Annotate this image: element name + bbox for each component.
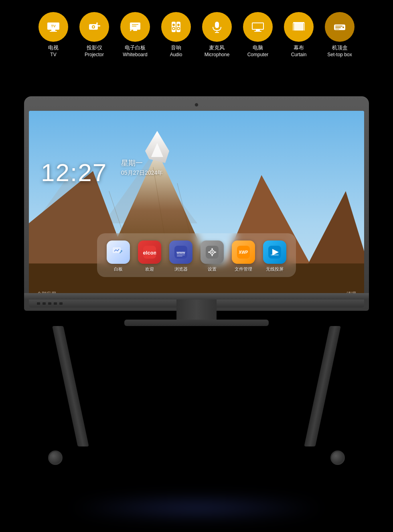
- monitor-outer: 12:27 星期一 05月27日2024年: [24, 96, 369, 311]
- svg-point-6: [93, 26, 94, 28]
- curtain-circle: [284, 12, 314, 42]
- audio-label: 音响 Audio: [170, 44, 182, 58]
- device-item-tv: TV 电视 TV: [38, 12, 68, 58]
- projector-circle: [79, 12, 109, 42]
- svg-point-59: [211, 251, 213, 253]
- floor-glow: [66, 496, 327, 520]
- audio-circle: [161, 12, 191, 42]
- device-item-whiteboard: 电子白板 Whiteboard: [120, 12, 150, 58]
- browser-app-icon[interactable]: www: [169, 241, 192, 264]
- settopbox-label: 机顶盒 Set-top box: [327, 44, 352, 58]
- browser-app-label: 浏览器: [174, 266, 188, 272]
- svg-text:XWP: XWP: [239, 250, 248, 255]
- monitor-wrapper: 12:27 星期一 05月27日2024年: [24, 96, 369, 311]
- whiteboard-circle: [120, 12, 150, 42]
- svg-point-20: [178, 28, 179, 29]
- wireless-app-label: 无线投屏: [266, 266, 284, 272]
- microphone-label: 麦克风 Microphone: [205, 44, 230, 58]
- whiteboard-app-icon[interactable]: [107, 241, 130, 264]
- device-item-curtain: 幕布 Curtain: [284, 12, 314, 58]
- app-item-browser[interactable]: www 浏览器: [169, 241, 192, 272]
- stand-legs-container: [52, 326, 341, 455]
- welcome-app-icon[interactable]: Welcome: [138, 241, 161, 264]
- settopbox-circle: [325, 12, 355, 42]
- computer-circle: [243, 12, 273, 42]
- svg-text:Welcome: Welcome: [143, 250, 156, 256]
- svg-point-36: [342, 26, 344, 28]
- tv-label: 电视 TV: [48, 44, 59, 58]
- device-item-audio: 音响 Audio: [161, 12, 191, 58]
- device-item-projector: 投影仪 Projector: [79, 12, 109, 58]
- device-item-settopbox: 机顶盒 Set-top box: [325, 12, 355, 58]
- svg-rect-63: [215, 251, 216, 253]
- curtain-label: 幕布 Curtain: [291, 44, 307, 58]
- svg-rect-34: [335, 27, 341, 28]
- camera-bar: [29, 101, 364, 108]
- device-item-computer: 电脑 Computer: [243, 12, 273, 58]
- svg-rect-55: [177, 255, 185, 255]
- app-item-settings[interactable]: 设置: [201, 241, 224, 272]
- svg-rect-61: [212, 255, 213, 256]
- app-item-whiteboard[interactable]: 白板: [107, 241, 130, 272]
- device-item-microphone: 麦克风 Microphone: [202, 12, 232, 58]
- computer-label: 电脑 Computer: [247, 44, 269, 58]
- wireless-app-icon[interactable]: [263, 241, 286, 264]
- app-item-wireless[interactable]: 无线投屏: [263, 241, 286, 272]
- svg-point-8: [96, 22, 98, 24]
- clock-overlay: 12:27: [41, 158, 107, 187]
- svg-rect-7: [98, 25, 100, 26]
- svg-rect-25: [253, 23, 263, 29]
- stand-assembly: [24, 293, 369, 465]
- svg-text:TV: TV: [51, 24, 56, 28]
- camera-dot: [194, 103, 199, 107]
- stand-leg-left: [52, 326, 89, 446]
- stand-pole: [176, 300, 217, 320]
- svg-rect-56: [177, 256, 182, 257]
- svg-point-14: [172, 24, 175, 26]
- svg-rect-29: [294, 23, 304, 31]
- tv-circle: TV: [38, 12, 68, 42]
- svg-rect-26: [256, 30, 260, 31]
- settings-app-icon[interactable]: [201, 241, 224, 264]
- stand-leg-right: [304, 326, 341, 446]
- svg-point-18: [177, 24, 180, 26]
- svg-rect-35: [335, 29, 339, 29]
- filemanager-app-label: 文件管理: [235, 266, 252, 272]
- app-dock: 白板 Welcome 欢迎: [97, 233, 296, 277]
- svg-text:www: www: [176, 251, 185, 255]
- projector-label: 投影仪 Projector: [85, 44, 104, 58]
- svg-rect-60: [212, 248, 213, 250]
- whiteboard-label: 电子白板 Whiteboard: [123, 44, 147, 58]
- filemanager-app-icon[interactable]: XWP: [232, 241, 255, 264]
- microphone-circle: [202, 12, 232, 42]
- app-item-filemanager[interactable]: XWP 文件管理: [232, 241, 255, 272]
- screen: 12:27 星期一 05月27日2024年: [29, 111, 364, 300]
- svg-rect-33: [335, 26, 342, 26]
- clock-info: 星期一 05月27日2024年: [121, 158, 163, 177]
- app-item-welcome[interactable]: Welcome 欢迎: [138, 241, 161, 272]
- whiteboard-app-label: 白板: [114, 266, 123, 272]
- stand-horizontal-bar: [124, 320, 269, 326]
- device-icons-bar: TV 电视 TV 投影仪 Projector: [0, 12, 393, 58]
- stand-top-bar: [24, 293, 369, 300]
- date: 05月27日2024年: [121, 169, 163, 177]
- svg-point-50: [121, 250, 122, 252]
- settings-app-label: 设置: [208, 266, 217, 272]
- svg-rect-12: [133, 30, 137, 31]
- clock-time: 12:27: [41, 158, 107, 187]
- welcome-app-label: 欢迎: [145, 266, 154, 272]
- svg-rect-62: [208, 251, 210, 253]
- svg-rect-28: [293, 22, 304, 23]
- svg-rect-21: [215, 22, 219, 28]
- svg-point-16: [173, 28, 174, 29]
- svg-rect-27: [254, 31, 261, 32]
- svg-rect-68: [271, 255, 279, 255]
- weekday: 星期一: [121, 158, 163, 168]
- svg-rect-2: [50, 31, 57, 32]
